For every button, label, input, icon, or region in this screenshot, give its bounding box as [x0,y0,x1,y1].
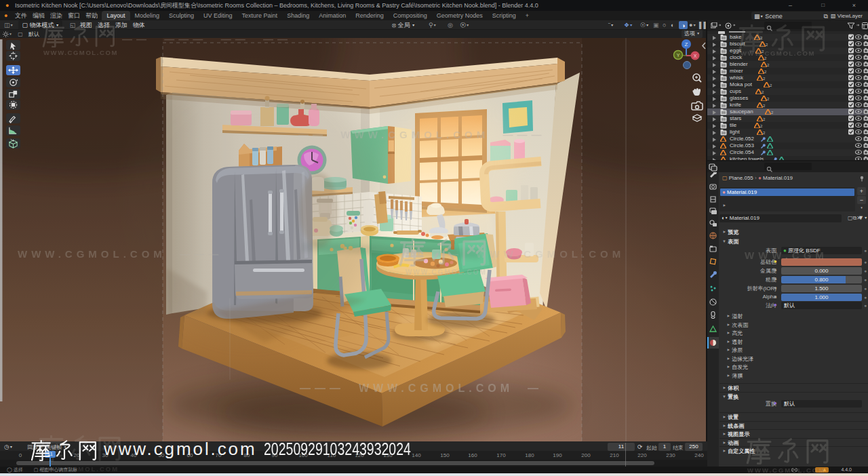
svg-text:X: X [694,54,697,58]
svg-text:Y: Y [677,53,680,58]
svg-text:Z: Z [685,41,688,47]
